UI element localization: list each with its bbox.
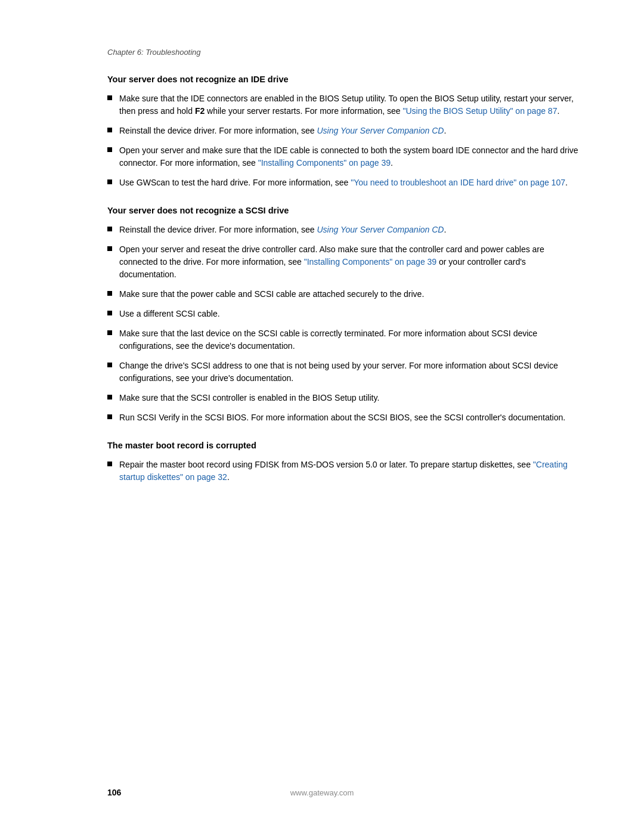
page-container: Chapter 6: Troubleshooting Your server d… [0, 0, 644, 833]
ide-section-title: Your server does not recognize an IDE dr… [107, 75, 584, 84]
footer-url: www.gateway.com [290, 788, 354, 797]
bullet-icon [107, 227, 112, 231]
troubleshoot-ide-link[interactable]: "You need to troubleshoot an IDE hard dr… [351, 178, 565, 187]
list-item: Open your server and make sure that the … [107, 144, 584, 169]
bullet-text: Make sure that the last device on the SC… [119, 327, 584, 352]
bullet-icon [107, 147, 112, 152]
ide-bullet-list: Make sure that the IDE connectors are en… [107, 92, 584, 189]
bullet-text: Make sure that the power cable and SCSI … [119, 288, 584, 301]
bullet-icon [107, 395, 112, 400]
list-item: Repair the master boot record using FDIS… [107, 459, 584, 484]
bullet-icon [107, 179, 112, 184]
bullet-icon [107, 128, 112, 132]
chapter-header: Chapter 6: Troubleshooting [107, 48, 584, 57]
bullet-text: Open your server and make sure that the … [119, 144, 584, 169]
list-item: Open your server and reseat the drive co… [107, 243, 584, 281]
bullet-icon [107, 462, 112, 466]
bullet-icon [107, 246, 112, 251]
using-server-cd-link-1[interactable]: Using Your Server Companion CD [317, 126, 444, 135]
bullet-text: Change the drive's SCSI address to one t… [119, 360, 584, 385]
bullet-text: Make sure that the IDE connectors are en… [119, 92, 584, 117]
page-number: 106 [107, 788, 121, 797]
bullet-text: Repair the master boot record using FDIS… [119, 459, 584, 484]
bullet-icon [107, 95, 112, 100]
bullet-text: Open your server and reseat the drive co… [119, 243, 584, 281]
list-item: Make sure that the last device on the SC… [107, 327, 584, 352]
bullet-icon [107, 414, 112, 419]
list-item: Run SCSI Verify in the SCSI BIOS. For mo… [107, 411, 584, 424]
list-item: Make sure that the SCSI controller is en… [107, 392, 584, 404]
bios-setup-link[interactable]: "Using the BIOS Setup Utility" on page 8… [402, 106, 557, 116]
list-item: Use GWScan to test the hard drive. For m… [107, 176, 584, 189]
bullet-icon [107, 311, 112, 315]
list-item: Change the drive's SCSI address to one t… [107, 360, 584, 385]
list-item: Make sure that the IDE connectors are en… [107, 92, 584, 117]
bullet-icon [107, 363, 112, 367]
bullet-icon [107, 330, 112, 335]
ide-section: Your server does not recognize an IDE dr… [107, 75, 584, 189]
scsi-bullet-list: Reinstall the device driver. For more in… [107, 224, 584, 424]
page-footer: 106 www.gateway.com [0, 788, 644, 797]
bullet-text: Run SCSI Verify in the SCSI BIOS. For mo… [119, 411, 584, 424]
bullet-text: Use a different SCSI cable. [119, 308, 584, 320]
scsi-section: Your server does not recognize a SCSI dr… [107, 206, 584, 424]
mbr-section: The master boot record is corrupted Repa… [107, 441, 584, 484]
bullet-text: Make sure that the SCSI controller is en… [119, 392, 584, 404]
list-item: Reinstall the device driver. For more in… [107, 125, 584, 137]
bullet-text: Reinstall the device driver. For more in… [119, 224, 584, 236]
mbr-section-title: The master boot record is corrupted [107, 441, 584, 450]
scsi-section-title: Your server does not recognize a SCSI dr… [107, 206, 584, 215]
list-item: Reinstall the device driver. For more in… [107, 224, 584, 236]
bullet-text: Use GWScan to test the hard drive. For m… [119, 176, 584, 189]
mbr-bullet-list: Repair the master boot record using FDIS… [107, 459, 584, 484]
list-item: Use a different SCSI cable. [107, 308, 584, 320]
installing-components-link-1[interactable]: "Installing Components" on page 39 [258, 158, 391, 168]
list-item: Make sure that the power cable and SCSI … [107, 288, 584, 301]
bullet-icon [107, 291, 112, 296]
bullet-text: Reinstall the device driver. For more in… [119, 125, 584, 137]
creating-diskettes-link[interactable]: "Creating startup diskettes" on page 32 [119, 460, 568, 482]
installing-components-link-2[interactable]: "Installing Components" on page 39 [304, 257, 436, 267]
using-server-cd-link-2[interactable]: Using Your Server Companion CD [317, 225, 444, 234]
